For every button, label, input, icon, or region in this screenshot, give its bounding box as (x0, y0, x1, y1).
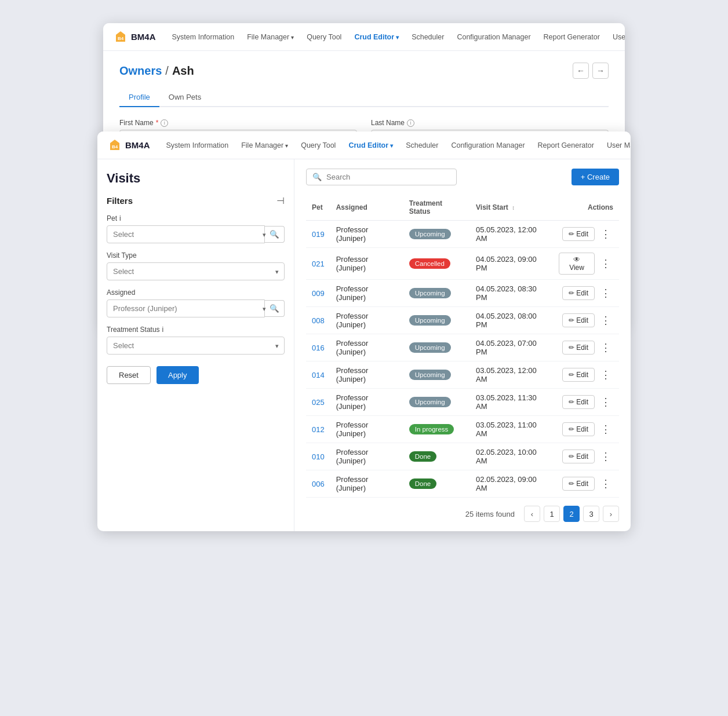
pet-id-link[interactable]: 012 (312, 425, 325, 434)
pet-id-link[interactable]: 008 (312, 316, 325, 325)
nav-query-tool-front[interactable]: Query Tool (295, 139, 341, 152)
more-options-button[interactable]: ⋮ (598, 422, 613, 437)
row-actions: ✏ Edit ⋮ (559, 227, 613, 242)
nav-user-mgmt-front[interactable]: User Management (601, 139, 631, 152)
nav-report-back[interactable]: Report Generator (538, 31, 606, 43)
nav-crud-editor-back[interactable]: Crud Editor (348, 31, 405, 43)
logo-front: B4 BM4A (108, 138, 150, 152)
breadcrumb-owners-link[interactable]: Owners (119, 64, 162, 78)
filters-reset-button[interactable]: Reset (107, 366, 151, 384)
nav-file-manager-back[interactable]: File Manager (241, 31, 300, 43)
tab-own-pets[interactable]: Own Pets (159, 88, 210, 107)
search-input[interactable] (326, 173, 450, 181)
pagination-page-2[interactable]: 2 (563, 506, 580, 522)
view-button[interactable]: 👁 View (559, 253, 595, 275)
pet-search-button[interactable]: 🔍 (265, 226, 285, 243)
more-options-button[interactable]: ⋮ (598, 227, 613, 242)
cell-visit-start: 04.05.2023, 09:00 PM (470, 248, 553, 280)
more-options-button[interactable]: ⋮ (598, 256, 613, 271)
nav-system-info-front[interactable]: System Information (161, 139, 235, 152)
search-box: 🔍 (306, 169, 457, 185)
pet-id-link[interactable]: 025 (312, 398, 325, 407)
status-badge: In progress (409, 424, 454, 434)
nav-config-front[interactable]: Configuration Manager (445, 139, 530, 152)
filters-apply-button[interactable]: Apply (156, 366, 199, 384)
pagination-page-3[interactable]: 3 (583, 506, 599, 522)
pagination-prev-button[interactable]: ‹ (524, 506, 540, 522)
pet-filter-label: Pet i (107, 214, 285, 222)
tab-profile[interactable]: Profile (119, 88, 159, 107)
edit-button[interactable]: ✏ Edit (562, 368, 595, 382)
pagination-page-1[interactable]: 1 (544, 506, 560, 522)
more-options-button[interactable]: ⋮ (598, 367, 613, 382)
more-options-button[interactable]: ⋮ (598, 394, 613, 410)
more-options-button[interactable]: ⋮ (598, 286, 613, 301)
col-treatment-status: Treatment Status (403, 195, 470, 221)
filters-collapse-button[interactable]: ⊣ (276, 195, 285, 206)
col-actions: Actions (553, 195, 619, 221)
more-options-button[interactable]: ⋮ (598, 476, 613, 491)
row-actions: 👁 View ⋮ (559, 253, 613, 275)
last-name-info-icon[interactable]: i (407, 119, 414, 127)
cell-pet: 012 (306, 416, 330, 443)
edit-button[interactable]: ✏ Edit (562, 395, 595, 409)
assigned-filter-select[interactable]: Professor (Juniper) (107, 299, 265, 317)
treatment-status-select[interactable]: Select (107, 337, 285, 355)
cell-pet: 014 (306, 361, 330, 389)
logo-text: BM4A (131, 32, 156, 42)
nav-prev-button[interactable]: ← (573, 63, 589, 79)
nav-next-button[interactable]: → (592, 63, 609, 79)
pet-id-link[interactable]: 010 (312, 452, 325, 461)
edit-button[interactable]: ✏ Edit (562, 313, 595, 327)
table-row: 025 Professor (Juniper) Upcoming 03.05.2… (306, 389, 619, 416)
logo-back: B4 BM4A (114, 30, 156, 44)
more-options-button[interactable]: ⋮ (598, 449, 613, 464)
nav-user-mgmt-back[interactable]: User Management (607, 31, 625, 43)
col-visit-start[interactable]: Visit Start ↕ (470, 195, 553, 221)
pet-id-link[interactable]: 016 (312, 344, 325, 352)
more-options-button[interactable]: ⋮ (598, 340, 613, 355)
status-badge: Upcoming (409, 288, 451, 298)
first-name-info-icon[interactable]: i (161, 119, 168, 127)
create-button[interactable]: + Create (572, 169, 619, 185)
more-options-button[interactable]: ⋮ (598, 313, 613, 328)
visit-type-select[interactable]: Select (107, 262, 285, 280)
treatment-status-info-icon[interactable]: i (162, 326, 164, 334)
nav-config-back[interactable]: Configuration Manager (451, 31, 536, 43)
nav-file-manager-front[interactable]: File Manager (235, 139, 294, 152)
pagination-info: 25 items found (465, 510, 515, 518)
edit-button[interactable]: ✏ Edit (562, 341, 595, 355)
filters-header: Filters ⊣ (107, 195, 285, 206)
cell-status: Upcoming (403, 221, 470, 248)
cell-actions: ✏ Edit ⋮ (553, 470, 619, 498)
pet-id-link[interactable]: 019 (312, 230, 325, 239)
pet-id-link[interactable]: 021 (312, 260, 325, 268)
cell-status: In progress (403, 416, 470, 443)
pet-id-link[interactable]: 006 (312, 480, 325, 488)
assigned-search-button[interactable]: 🔍 (265, 300, 285, 317)
nav-scheduler-back[interactable]: Scheduler (406, 31, 450, 43)
pet-info-icon[interactable]: i (119, 214, 121, 222)
table-row: 010 Professor (Juniper) Done 02.05.2023,… (306, 443, 619, 470)
edit-button[interactable]: ✏ Edit (562, 422, 595, 436)
cell-visit-start: 03.05.2023, 11:30 AM (470, 389, 553, 416)
cell-pet: 008 (306, 307, 330, 334)
treatment-status-filter-group: Treatment Status i Select ▾ (107, 326, 285, 355)
edit-button[interactable]: ✏ Edit (562, 227, 595, 241)
filter-buttons: Reset Apply (107, 366, 285, 384)
pagination-next-button[interactable]: › (603, 506, 619, 522)
pet-id-link[interactable]: 014 (312, 371, 325, 379)
filters-title: Filters (107, 196, 133, 206)
pet-id-link[interactable]: 009 (312, 289, 325, 298)
edit-button[interactable]: ✏ Edit (562, 477, 595, 491)
nav-scheduler-front[interactable]: Scheduler (400, 139, 444, 152)
logo-icon-front: B4 (108, 138, 122, 152)
nav-report-front[interactable]: Report Generator (532, 139, 600, 152)
edit-button[interactable]: ✏ Edit (562, 286, 595, 300)
nav-query-tool-back[interactable]: Query Tool (301, 31, 347, 43)
edit-button[interactable]: ✏ Edit (562, 450, 595, 463)
pet-filter-select[interactable]: Select (107, 225, 265, 243)
logo-icon: B4 (114, 30, 128, 44)
nav-system-info-back[interactable]: System Information (166, 31, 241, 43)
nav-crud-editor-front[interactable]: Crud Editor (343, 139, 399, 152)
